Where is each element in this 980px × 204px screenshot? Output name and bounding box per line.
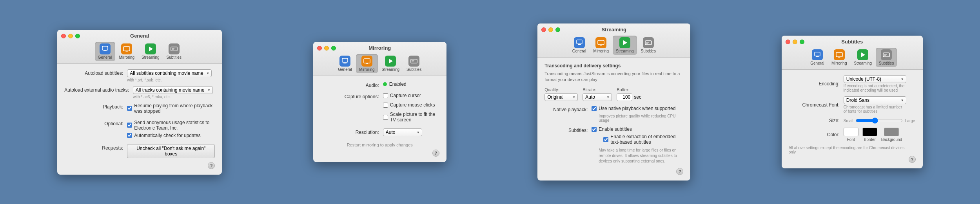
streaming-subtitles-row: Subtitles: Enable subtitles Enable extra… (544, 126, 683, 164)
subtitles-checkbox2[interactable] (603, 137, 608, 142)
uncheck-button[interactable]: Uncheck all "Don't ask me again" boxes (127, 144, 215, 158)
border-color-box[interactable] (862, 128, 877, 136)
tab-subtitles-m-label: Subtitles (407, 67, 421, 72)
maximize-button[interactable] (331, 46, 336, 51)
capture-scale-check[interactable] (383, 115, 388, 120)
size-label: Size: (789, 118, 844, 123)
maximize-button[interactable] (800, 40, 804, 44)
tab-mirroring-m[interactable]: Mirroring (356, 54, 377, 73)
tab-subtitles-sub[interactable]: Subtitles (876, 48, 897, 67)
minimize-button[interactable] (548, 27, 553, 32)
capture-scale-row: Scale picture to fit the TV screen (383, 112, 439, 123)
tab-streaming-s[interactable]: Streaming (613, 36, 637, 55)
tab-streaming-s-label: Streaming (616, 49, 634, 53)
svg-rect-25 (883, 53, 889, 57)
tab-mirroring-sub-label: Mirroring (831, 61, 847, 65)
capture-mouse-check[interactable] (383, 103, 388, 108)
close-button[interactable] (786, 40, 790, 44)
svg-rect-22 (816, 56, 819, 57)
capture-mouse-label: Capture mouse clicks (390, 102, 435, 108)
svg-marker-17 (623, 40, 627, 45)
close-button[interactable] (541, 27, 546, 32)
tab-general-s-label: General (572, 49, 586, 53)
tab-mirroring-sub[interactable]: Mirroring (828, 48, 850, 67)
capture-options: Capture cursor Capture mouse clicks Scal… (383, 93, 439, 125)
tab-streaming-sub[interactable]: Streaming (851, 48, 875, 67)
minimize-button[interactable] (324, 46, 329, 51)
maximize-button[interactable] (555, 27, 560, 32)
tab-mirroring-s-label: Mirroring (593, 49, 609, 53)
native-label: Native playback: (544, 106, 592, 112)
tab-mirroring[interactable]: Mirroring (116, 42, 138, 61)
bitrate-select[interactable]: Auto (583, 93, 612, 101)
streaming-icon (145, 43, 156, 54)
general-icon-sub (812, 49, 823, 60)
encoding-label: Encoding: (789, 81, 844, 87)
tab-subtitles-m[interactable]: Subtitles (403, 54, 425, 73)
subtitles-checkbox1[interactable] (592, 127, 597, 132)
streaming-window: Streaming General Mirroring Streaming (537, 23, 690, 181)
tab-general-label: General (98, 55, 112, 60)
optional-checkbox1[interactable] (127, 123, 132, 128)
minimize-button[interactable] (68, 34, 73, 38)
traffic-lights-general (61, 34, 80, 38)
minimize-button[interactable] (793, 40, 797, 44)
background-color-box[interactable] (884, 128, 899, 136)
maximize-button[interactable] (75, 34, 80, 38)
svg-marker-24 (861, 52, 865, 57)
capture-label: Capture options: (320, 93, 383, 99)
autoload-select[interactable]: All subtitles containing movie name (127, 69, 212, 77)
quality-select[interactable]: Original (544, 93, 578, 101)
optional-checkbox2[interactable] (127, 133, 132, 138)
svg-rect-23 (836, 52, 842, 57)
tab-streaming[interactable]: Streaming (138, 42, 163, 61)
optional-row: Optional: Send anonymous usage statistic… (64, 120, 215, 140)
tab-general[interactable]: General (95, 42, 115, 61)
autoload-hint: with *.srt, *.sub, etc. (127, 78, 212, 82)
general-window: General General Mirroring Streaming (57, 30, 222, 175)
playback-checkbox[interactable] (127, 106, 132, 111)
tab-general-m[interactable]: General (335, 54, 355, 73)
subtitles-help-button[interactable]: ? (909, 156, 916, 163)
capture-cursor-check[interactable] (383, 93, 388, 98)
font-control: Droid Sans Chromecast has a limited numb… (844, 96, 906, 114)
close-button[interactable] (61, 34, 66, 38)
capture-mouse-row: Capture mouse clicks (383, 102, 439, 108)
svg-rect-4 (171, 47, 177, 51)
tab-subtitles[interactable]: Subtitles (163, 42, 185, 61)
encoding-control: Unicode (UTF-8) If encoding is not autod… (844, 75, 906, 92)
optional-check1-row: Send anonymous usage statistics to Elect… (127, 120, 215, 131)
native-checkbox[interactable] (592, 106, 597, 111)
svg-rect-16 (598, 40, 604, 45)
optional-check2-row: Automatically check for updates (127, 133, 215, 138)
size-slider[interactable] (856, 117, 903, 124)
traffic-lights-mirroring (317, 46, 336, 51)
buffer-input[interactable]: 100 (617, 93, 632, 101)
general-content: Autoload subtitles: All subtitles contai… (57, 64, 222, 175)
autoload-control: All subtitles containing movie name with… (127, 69, 212, 82)
buffer-label: Buffer: (617, 87, 641, 92)
general-help-button[interactable]: ? (208, 162, 215, 169)
resolution-select[interactable]: Auto (383, 128, 422, 136)
font-select[interactable]: Droid Sans (844, 96, 906, 104)
svg-rect-18 (645, 41, 652, 45)
tab-streaming-m[interactable]: Streaming (379, 54, 403, 73)
background-color-item: Background (881, 128, 902, 142)
capture-cursor-label: Capture cursor (390, 93, 421, 98)
font-color-box[interactable] (844, 128, 858, 136)
subtitles-desc: May take a long time for large files or … (592, 148, 682, 164)
general-icon-s (574, 37, 585, 48)
tab-general-sub[interactable]: General (807, 48, 828, 67)
mirroring-help-button[interactable]: ? (432, 150, 439, 157)
tab-mirroring-s[interactable]: Mirroring (590, 36, 612, 55)
encoding-select[interactable]: Unicode (UTF-8) (844, 75, 906, 83)
autoload-audio-control: All tracks containing movie name with *.… (133, 86, 213, 99)
close-button[interactable] (317, 46, 322, 51)
autoload-audio-select[interactable]: All tracks containing movie name (133, 86, 213, 94)
audio-label: Audio: (320, 81, 383, 88)
svg-rect-2 (123, 47, 130, 51)
streaming-help-button[interactable]: ? (676, 168, 683, 175)
tab-general-s[interactable]: General (569, 36, 590, 55)
tab-subtitles-s[interactable]: Subtitles (638, 36, 659, 55)
size-slider-row: Small Large (844, 117, 915, 124)
